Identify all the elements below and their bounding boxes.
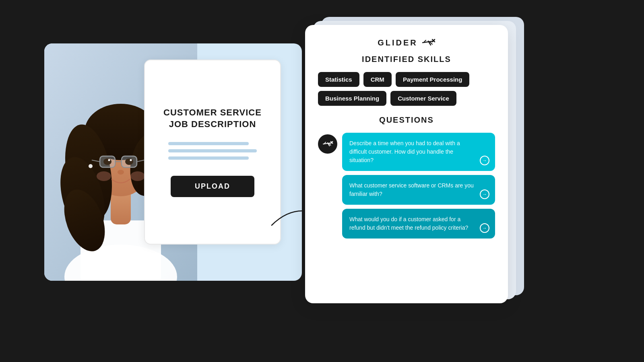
- svg-point-21: [118, 170, 124, 175]
- placeholder-line-1: [168, 142, 249, 145]
- skill-tag-payment-processing[interactable]: Payment Processing: [396, 72, 470, 87]
- question-arrow-2[interactable]: →: [480, 189, 489, 199]
- question-arrow-3[interactable]: →: [480, 223, 489, 233]
- questions-area: Describe a time when you had to deal wit…: [318, 133, 495, 239]
- svg-point-20: [130, 159, 132, 161]
- question-card-2[interactable]: What customer service software or CRMs a…: [342, 175, 495, 205]
- upload-button[interactable]: UPLOAD: [171, 176, 254, 197]
- svg-point-19: [108, 159, 110, 161]
- question-card-3[interactable]: What would you do if a customer asked fo…: [342, 209, 495, 239]
- question-text-3: What would you do if a customer asked fo…: [349, 215, 477, 232]
- svg-point-17: [103, 158, 111, 165]
- svg-line-29: [424, 40, 426, 42]
- question-arrow-1[interactable]: →: [480, 156, 489, 165]
- main-scene: CUSTOMER SERVICE JOB DESCRIPTION UPLOAD …: [0, 0, 644, 362]
- svg-point-18: [125, 158, 133, 165]
- svg-point-23: [97, 171, 111, 181]
- skill-tag-customer-service[interactable]: Customer Service: [390, 91, 456, 106]
- brand-name: GLIDER: [378, 38, 418, 47]
- glider-logo: GLIDER: [318, 37, 495, 48]
- question-text-1: Describe a time when you had to deal wit…: [349, 139, 477, 165]
- skill-tag-crm[interactable]: CRM: [363, 72, 392, 87]
- question-text-2: What customer service software or CRMs a…: [349, 181, 477, 198]
- glider-avatar: [318, 134, 337, 154]
- svg-line-35: [324, 142, 326, 143]
- svg-point-24: [130, 171, 145, 181]
- glider-results-card: GLIDER IDENTIFIED SKILLS Statistics CRM …: [305, 25, 508, 303]
- upload-card: CUSTOMER SERVICE JOB DESCRIPTION UPLOAD: [144, 60, 281, 245]
- svg-point-22: [89, 164, 93, 168]
- questions-section-title: QUESTIONS: [318, 115, 495, 125]
- upload-card-title: CUSTOMER SERVICE JOB DESCRIPTION: [163, 107, 262, 130]
- skill-tag-business-planning[interactable]: Business Planning: [318, 91, 386, 106]
- question-card-1[interactable]: Describe a time when you had to deal wit…: [342, 133, 495, 171]
- skill-tag-statistics[interactable]: Statistics: [318, 72, 359, 87]
- avatar-plane-icon: [322, 140, 333, 148]
- placeholder-line-2: [168, 149, 257, 152]
- placeholder-line-3: [168, 156, 249, 160]
- upload-placeholder-lines: [168, 142, 257, 160]
- skills-container: Statistics CRM Payment Processing Busine…: [318, 72, 495, 106]
- questions-list: Describe a time when you had to deal wit…: [342, 133, 495, 239]
- glider-plane-icon: [421, 37, 436, 48]
- skills-section-title: IDENTIFIED SKILLS: [318, 55, 495, 64]
